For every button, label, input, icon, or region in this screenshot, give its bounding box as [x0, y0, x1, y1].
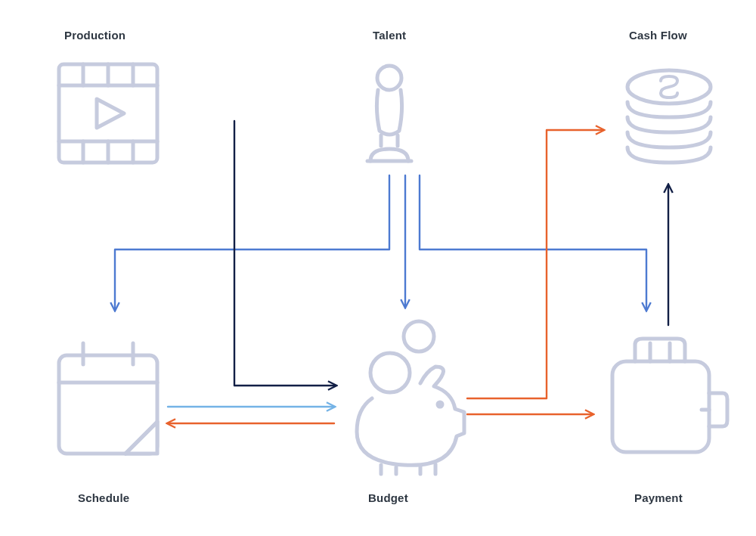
- svg-point-16: [404, 321, 434, 352]
- award-statue-icon: [367, 66, 411, 161]
- edge-budget-to-cashflow: [467, 130, 603, 398]
- svg-point-18: [438, 402, 442, 407]
- edge-production-to-budget: [234, 121, 336, 386]
- wallet-icon: [612, 339, 727, 452]
- coin-stack-icon: [627, 70, 711, 163]
- piggy-bank-icon: [357, 321, 464, 474]
- edge-talent-to-payment: [420, 175, 646, 310]
- flow-diagram: [0, 0, 756, 536]
- svg-point-9: [377, 66, 401, 90]
- calendar-icon: [59, 343, 157, 454]
- svg-point-17: [370, 353, 410, 392]
- svg-rect-19: [612, 361, 709, 452]
- film-clip-icon: [59, 64, 157, 163]
- edge-talent-to-schedule: [115, 175, 389, 310]
